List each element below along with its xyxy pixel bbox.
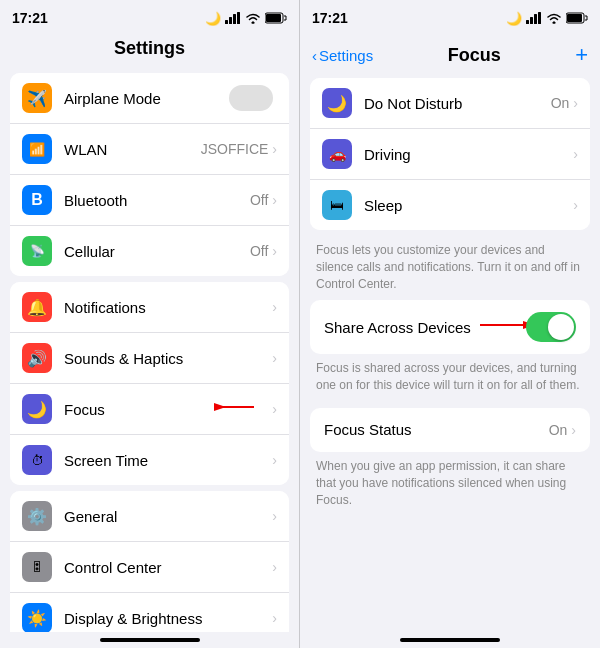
airplane-toggle[interactable] (229, 85, 273, 111)
svg-rect-11 (538, 12, 541, 24)
bluetooth-icon: B (22, 185, 52, 215)
share-toggle[interactable] (526, 312, 576, 342)
settings-title: Settings (0, 36, 299, 67)
focus-status-label: Focus Status (324, 421, 549, 438)
wlan-label: WLAN (64, 141, 201, 158)
display-brightness-icon: ☀️ (22, 603, 52, 632)
screen-time-item[interactable]: ⏱ Screen Time › (10, 435, 289, 485)
focus-label-left: Focus (64, 401, 272, 418)
wlan-chevron: › (272, 141, 277, 157)
bluetooth-value: Off (250, 192, 268, 208)
share-row: Share Across Devices (310, 300, 590, 354)
sounds-icon: 🔊 (22, 343, 52, 373)
notifications-item[interactable]: 🔔 Notifications › (10, 282, 289, 333)
settings-group-3: ⚙️ General › 🎛 Control Center › ☀️ Displ… (10, 491, 289, 632)
right-moon-icon: 🌙 (506, 11, 522, 26)
settings-list: ✈️ Airplane Mode 📶 WLAN JSOFFICE › B Blu… (0, 67, 299, 632)
back-label: Settings (319, 47, 373, 64)
settings-group-2: 🔔 Notifications › 🔊 Sounds & Haptics › 🌙… (10, 282, 289, 485)
right-home-indicator (400, 638, 500, 642)
focus-status-value: On (549, 422, 568, 438)
left-time: 17:21 (12, 10, 48, 26)
svg-rect-0 (225, 20, 228, 24)
general-chevron: › (272, 508, 277, 524)
bluetooth-item[interactable]: B Bluetooth Off › (10, 175, 289, 226)
svg-rect-2 (233, 14, 236, 24)
focus-page-title: Focus (448, 45, 501, 66)
back-button[interactable]: ‹ Settings (312, 47, 373, 64)
settings-group-1: ✈️ Airplane Mode 📶 WLAN JSOFFICE › B Blu… (10, 73, 289, 276)
wifi-icon (245, 12, 261, 24)
left-status-bar: 17:21 🌙 (0, 0, 299, 36)
focus-icon-left: 🌙 (22, 394, 52, 424)
control-center-icon: 🎛 (22, 552, 52, 582)
sounds-label: Sounds & Haptics (64, 350, 272, 367)
focus-chevron: › (272, 401, 277, 417)
sounds-item[interactable]: 🔊 Sounds & Haptics › (10, 333, 289, 384)
right-time: 17:21 (312, 10, 348, 26)
right-nav-bar: ‹ Settings Focus + (300, 36, 600, 72)
general-label: General (64, 508, 272, 525)
add-button[interactable]: + (575, 42, 588, 68)
do-not-disturb-value: On (551, 95, 570, 111)
do-not-disturb-icon: 🌙 (322, 88, 352, 118)
focus-status-description: When you give an app permission, it can … (300, 454, 600, 518)
right-signal-icon (526, 12, 542, 24)
sleep-chevron: › (573, 197, 578, 213)
notifications-icon: 🔔 (22, 292, 52, 322)
cellular-label: Cellular (64, 243, 250, 260)
right-content: 🌙 Do Not Disturb On › 🚗 Driving › 🛏 Slee… (300, 72, 600, 632)
back-chevron-icon: ‹ (312, 47, 317, 64)
right-status-icons: 🌙 (506, 11, 588, 26)
cellular-value: Off (250, 243, 268, 259)
notifications-chevron: › (272, 299, 277, 315)
svg-rect-13 (567, 14, 582, 22)
display-brightness-chevron: › (272, 610, 277, 626)
cellular-item[interactable]: 📡 Cellular Off › (10, 226, 289, 276)
control-center-label: Control Center (64, 559, 272, 576)
driving-icon: 🚗 (322, 139, 352, 169)
battery-icon (265, 12, 287, 24)
sleep-item[interactable]: 🛏 Sleep › (310, 180, 590, 230)
focus-status-chevron: › (571, 422, 576, 438)
svg-rect-1 (229, 17, 232, 24)
signal-icon (225, 12, 241, 24)
svg-rect-5 (266, 14, 281, 22)
driving-item[interactable]: 🚗 Driving › (310, 129, 590, 180)
share-description: Focus is shared across your devices, and… (300, 356, 600, 402)
right-status-bar: 17:21 🌙 (300, 0, 600, 36)
focus-status-item[interactable]: Focus Status On › (310, 408, 590, 452)
screen-time-label: Screen Time (64, 452, 272, 469)
airplane-icon: ✈️ (22, 83, 52, 113)
screen-time-chevron: › (272, 452, 277, 468)
display-brightness-label: Display & Brightness (64, 610, 272, 627)
general-icon: ⚙️ (22, 501, 52, 531)
svg-rect-9 (530, 17, 533, 24)
sleep-label: Sleep (364, 197, 573, 214)
display-brightness-item[interactable]: ☀️ Display & Brightness › (10, 593, 289, 632)
airplane-mode-item[interactable]: ✈️ Airplane Mode (10, 73, 289, 124)
svg-rect-10 (534, 14, 537, 24)
airplane-label: Airplane Mode (64, 90, 229, 107)
general-item[interactable]: ⚙️ General › (10, 491, 289, 542)
control-center-item[interactable]: 🎛 Control Center › (10, 542, 289, 593)
do-not-disturb-item[interactable]: 🌙 Do Not Disturb On › (310, 78, 590, 129)
moon-icon: 🌙 (205, 11, 221, 26)
bluetooth-label: Bluetooth (64, 192, 250, 209)
wlan-item[interactable]: 📶 WLAN JSOFFICE › (10, 124, 289, 175)
right-battery-icon (566, 12, 588, 24)
left-home-indicator (100, 638, 200, 642)
focus-description: Focus lets you customize your devices an… (300, 236, 600, 300)
right-panel: 17:21 🌙 ‹ Settings (300, 0, 600, 648)
cellular-chevron: › (272, 243, 277, 259)
sleep-icon: 🛏 (322, 190, 352, 220)
share-section: Share Across Devices (310, 300, 590, 354)
wlan-icon: 📶 (22, 134, 52, 164)
bluetooth-chevron: › (272, 192, 277, 208)
focus-item[interactable]: 🌙 Focus › (10, 384, 289, 435)
right-wifi-icon (546, 12, 562, 24)
driving-chevron: › (573, 146, 578, 162)
focus-status-group: Focus Status On › (310, 408, 590, 452)
share-label: Share Across Devices (324, 319, 526, 336)
screen-time-icon: ⏱ (22, 445, 52, 475)
